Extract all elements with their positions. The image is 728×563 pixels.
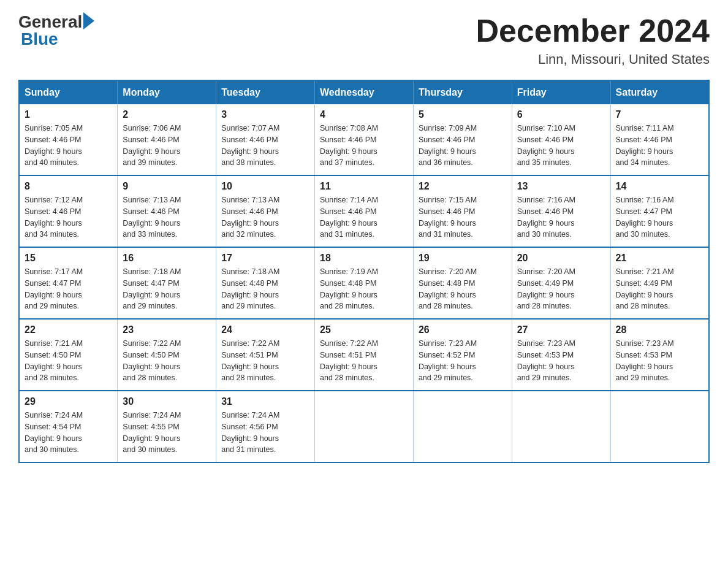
logo-arrow-icon [83,12,94,29]
day-info: Sunrise: 7:09 AMSunset: 4:46 PMDaylight:… [419,123,507,169]
day-info: Sunrise: 7:15 AMSunset: 4:46 PMDaylight:… [419,194,507,240]
day-number: 3 [221,109,309,120]
weekday-header-sunday: Sunday [19,80,118,104]
day-info: Sunrise: 7:21 AMSunset: 4:49 PMDaylight:… [616,266,703,312]
calendar-cell: 17 Sunrise: 7:18 AMSunset: 4:48 PMDaylig… [216,247,315,319]
page-header: General Blue December 2024 Linn, Missour… [18,12,710,67]
day-number: 19 [419,253,507,264]
weekday-header-saturday: Saturday [610,80,709,104]
calendar-cell: 30 Sunrise: 7:24 AMSunset: 4:55 PMDaylig… [118,391,216,462]
day-info: Sunrise: 7:16 AMSunset: 4:47 PMDaylight:… [616,194,703,240]
day-number: 24 [221,324,309,335]
day-info: Sunrise: 7:23 AMSunset: 4:53 PMDaylight:… [616,338,703,384]
day-number: 9 [123,181,211,192]
location-title: Linn, Missouri, United States [476,52,710,67]
day-info: Sunrise: 7:05 AMSunset: 4:46 PMDaylight:… [25,123,112,169]
day-info: Sunrise: 7:22 AMSunset: 4:50 PMDaylight:… [123,338,211,384]
day-number: 14 [616,181,703,192]
day-number: 22 [25,324,112,335]
calendar-cell: 2 Sunrise: 7:06 AMSunset: 4:46 PMDayligh… [118,104,216,175]
day-number: 16 [123,253,211,264]
day-info: Sunrise: 7:19 AMSunset: 4:48 PMDaylight:… [320,266,408,312]
calendar-cell: 14 Sunrise: 7:16 AMSunset: 4:47 PMDaylig… [610,175,709,247]
day-number: 17 [221,253,309,264]
day-info: Sunrise: 7:07 AMSunset: 4:46 PMDaylight:… [221,123,309,169]
calendar-week-row: 15 Sunrise: 7:17 AMSunset: 4:47 PMDaylig… [19,247,709,319]
calendar-cell: 18 Sunrise: 7:19 AMSunset: 4:48 PMDaylig… [315,247,414,319]
day-number: 29 [25,396,112,407]
day-info: Sunrise: 7:20 AMSunset: 4:48 PMDaylight:… [419,266,507,312]
day-info: Sunrise: 7:23 AMSunset: 4:53 PMDaylight:… [517,338,605,384]
calendar-cell: 19 Sunrise: 7:20 AMSunset: 4:48 PMDaylig… [413,247,512,319]
calendar-cell: 26 Sunrise: 7:23 AMSunset: 4:52 PMDaylig… [413,319,512,391]
day-info: Sunrise: 7:24 AMSunset: 4:55 PMDaylight:… [123,410,211,456]
calendar-cell: 1 Sunrise: 7:05 AMSunset: 4:46 PMDayligh… [19,104,118,175]
calendar-cell: 11 Sunrise: 7:14 AMSunset: 4:46 PMDaylig… [315,175,414,247]
day-info: Sunrise: 7:10 AMSunset: 4:46 PMDaylight:… [517,123,605,169]
day-info: Sunrise: 7:11 AMSunset: 4:46 PMDaylight:… [616,123,703,169]
calendar-cell: 23 Sunrise: 7:22 AMSunset: 4:50 PMDaylig… [118,319,216,391]
calendar-cell: 29 Sunrise: 7:24 AMSunset: 4:54 PMDaylig… [19,391,118,462]
calendar-cell [610,391,709,462]
day-info: Sunrise: 7:20 AMSunset: 4:49 PMDaylight:… [517,266,605,312]
day-number: 25 [320,324,408,335]
day-info: Sunrise: 7:12 AMSunset: 4:46 PMDaylight:… [25,194,112,240]
day-info: Sunrise: 7:24 AMSunset: 4:54 PMDaylight:… [25,410,112,456]
logo-blue-text: Blue [21,29,58,49]
day-info: Sunrise: 7:06 AMSunset: 4:46 PMDaylight:… [123,123,211,169]
calendar-cell [413,391,512,462]
day-number: 1 [25,109,112,120]
calendar-cell: 15 Sunrise: 7:17 AMSunset: 4:47 PMDaylig… [19,247,118,319]
calendar-cell: 3 Sunrise: 7:07 AMSunset: 4:46 PMDayligh… [216,104,315,175]
calendar-cell: 25 Sunrise: 7:22 AMSunset: 4:51 PMDaylig… [315,319,414,391]
month-title: December 2024 [476,12,710,49]
calendar-cell: 28 Sunrise: 7:23 AMSunset: 4:53 PMDaylig… [610,319,709,391]
calendar-cell [512,391,610,462]
day-info: Sunrise: 7:18 AMSunset: 4:48 PMDaylight:… [221,266,309,312]
day-info: Sunrise: 7:17 AMSunset: 4:47 PMDaylight:… [25,266,112,312]
day-number: 12 [419,181,507,192]
day-number: 4 [320,109,408,120]
day-info: Sunrise: 7:23 AMSunset: 4:52 PMDaylight:… [419,338,507,384]
weekday-header-thursday: Thursday [413,80,512,104]
calendar-week-row: 1 Sunrise: 7:05 AMSunset: 4:46 PMDayligh… [19,104,709,175]
calendar-cell: 10 Sunrise: 7:13 AMSunset: 4:46 PMDaylig… [216,175,315,247]
day-number: 23 [123,324,211,335]
calendar-cell [315,391,414,462]
day-number: 28 [616,324,703,335]
calendar-cell: 16 Sunrise: 7:18 AMSunset: 4:47 PMDaylig… [118,247,216,319]
calendar-cell: 31 Sunrise: 7:24 AMSunset: 4:56 PMDaylig… [216,391,315,462]
calendar-cell: 8 Sunrise: 7:12 AMSunset: 4:46 PMDayligh… [19,175,118,247]
calendar-cell: 4 Sunrise: 7:08 AMSunset: 4:46 PMDayligh… [315,104,414,175]
day-number: 30 [123,396,211,407]
day-number: 7 [616,109,703,120]
calendar-week-row: 8 Sunrise: 7:12 AMSunset: 4:46 PMDayligh… [19,175,709,247]
calendar-cell: 20 Sunrise: 7:20 AMSunset: 4:49 PMDaylig… [512,247,610,319]
logo: General Blue [18,12,94,49]
day-number: 31 [221,396,309,407]
day-info: Sunrise: 7:08 AMSunset: 4:46 PMDaylight:… [320,123,408,169]
day-number: 5 [419,109,507,120]
day-number: 10 [221,181,309,192]
day-info: Sunrise: 7:18 AMSunset: 4:47 PMDaylight:… [123,266,211,312]
calendar-cell: 24 Sunrise: 7:22 AMSunset: 4:51 PMDaylig… [216,319,315,391]
day-info: Sunrise: 7:21 AMSunset: 4:50 PMDaylight:… [25,338,112,384]
day-number: 6 [517,109,605,120]
calendar-cell: 27 Sunrise: 7:23 AMSunset: 4:53 PMDaylig… [512,319,610,391]
day-info: Sunrise: 7:24 AMSunset: 4:56 PMDaylight:… [221,410,309,456]
day-info: Sunrise: 7:16 AMSunset: 4:46 PMDaylight:… [517,194,605,240]
calendar-cell: 21 Sunrise: 7:21 AMSunset: 4:49 PMDaylig… [610,247,709,319]
calendar-cell: 5 Sunrise: 7:09 AMSunset: 4:46 PMDayligh… [413,104,512,175]
weekday-header-friday: Friday [512,80,610,104]
calendar-week-row: 29 Sunrise: 7:24 AMSunset: 4:54 PMDaylig… [19,391,709,462]
weekday-header-tuesday: Tuesday [216,80,315,104]
calendar-week-row: 22 Sunrise: 7:21 AMSunset: 4:50 PMDaylig… [19,319,709,391]
day-number: 21 [616,253,703,264]
day-info: Sunrise: 7:13 AMSunset: 4:46 PMDaylight:… [221,194,309,240]
day-number: 27 [517,324,605,335]
day-number: 15 [25,253,112,264]
title-block: December 2024 Linn, Missouri, United Sta… [476,12,710,67]
calendar-cell: 9 Sunrise: 7:13 AMSunset: 4:46 PMDayligh… [118,175,216,247]
calendar-cell: 22 Sunrise: 7:21 AMSunset: 4:50 PMDaylig… [19,319,118,391]
day-info: Sunrise: 7:13 AMSunset: 4:46 PMDaylight:… [123,194,211,240]
